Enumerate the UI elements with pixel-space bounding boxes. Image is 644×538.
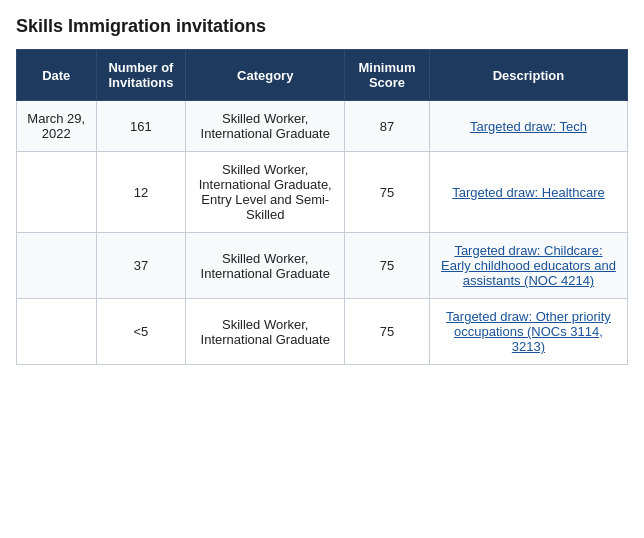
- invitations-table: Date Number of Invitations Category Mini…: [16, 49, 628, 365]
- header-description: Description: [429, 50, 627, 101]
- cell-min-score: 75: [345, 299, 430, 365]
- table-row: 12Skilled Worker, International Graduate…: [17, 152, 628, 233]
- cell-min-score: 75: [345, 152, 430, 233]
- cell-min-score: 87: [345, 101, 430, 152]
- cell-description: Targeted draw: Tech: [429, 101, 627, 152]
- cell-invitations: 12: [96, 152, 186, 233]
- description-link[interactable]: Targeted draw: Other priority occupation…: [446, 309, 611, 354]
- cell-date: March 29, 2022: [17, 101, 97, 152]
- page-title: Skills Immigration invitations: [16, 16, 628, 37]
- cell-category: Skilled Worker, International Graduate: [186, 233, 345, 299]
- cell-category: Skilled Worker, International Graduate: [186, 299, 345, 365]
- cell-invitations: <5: [96, 299, 186, 365]
- description-link[interactable]: Targeted draw: Childcare: Early childhoo…: [441, 243, 616, 288]
- header-min-score: Minimum Score: [345, 50, 430, 101]
- cell-description: Targeted draw: Childcare: Early childhoo…: [429, 233, 627, 299]
- cell-date: [17, 152, 97, 233]
- cell-category: Skilled Worker, International Graduate: [186, 101, 345, 152]
- table-row: March 29, 2022161Skilled Worker, Interna…: [17, 101, 628, 152]
- table-row: <5Skilled Worker, International Graduate…: [17, 299, 628, 365]
- cell-category: Skilled Worker, International Graduate, …: [186, 152, 345, 233]
- cell-description: Targeted draw: Other priority occupation…: [429, 299, 627, 365]
- cell-date: [17, 299, 97, 365]
- cell-invitations: 161: [96, 101, 186, 152]
- header-date: Date: [17, 50, 97, 101]
- cell-date: [17, 233, 97, 299]
- cell-description: Targeted draw: Healthcare: [429, 152, 627, 233]
- cell-min-score: 75: [345, 233, 430, 299]
- table-row: 37Skilled Worker, International Graduate…: [17, 233, 628, 299]
- header-category: Category: [186, 50, 345, 101]
- cell-invitations: 37: [96, 233, 186, 299]
- description-link[interactable]: Targeted draw: Healthcare: [452, 185, 604, 200]
- description-link[interactable]: Targeted draw: Tech: [470, 119, 587, 134]
- header-invitations: Number of Invitations: [96, 50, 186, 101]
